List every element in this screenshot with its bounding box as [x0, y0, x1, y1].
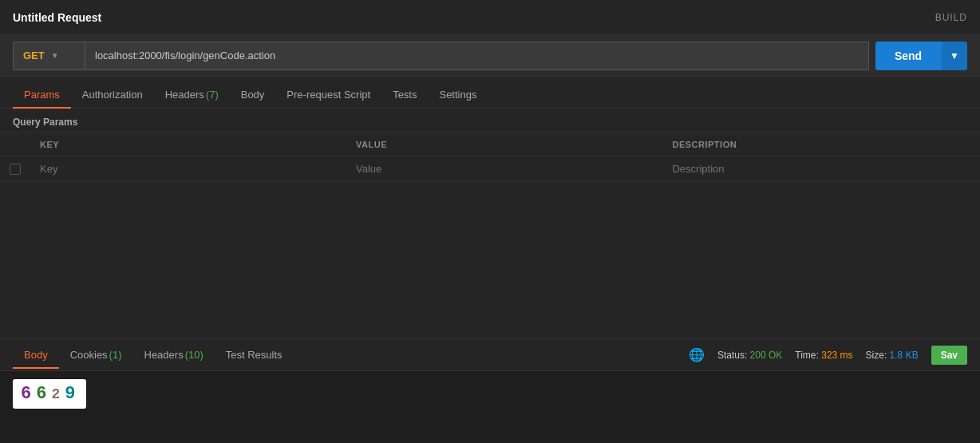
send-dropdown-button[interactable]: ▼ [941, 42, 967, 70]
description-input[interactable] [672, 163, 970, 175]
size-value: 1.8 KB [890, 350, 919, 361]
query-params-section-title: Query Params [0, 109, 980, 133]
table-header-checkbox-col [0, 133, 30, 156]
captcha-image: 6 6 2 9 [13, 379, 86, 409]
table-header-value: VALUE [346, 133, 662, 156]
size-label: Size: 1.8 KB [866, 350, 919, 361]
time-value: 323 ms [821, 350, 852, 361]
method-label: GET [23, 49, 45, 61]
row-description-cell [662, 156, 980, 182]
table-header-key: KEY [30, 133, 346, 156]
send-button-group: Send ▼ [875, 42, 967, 70]
captcha-char-4: 9 [65, 384, 78, 404]
row-value-cell [346, 156, 662, 182]
response-headers-badge: (10) [185, 349, 204, 361]
globe-icon: 🌐 [689, 347, 705, 362]
row-checkbox-cell [0, 156, 30, 182]
tab-params[interactable]: Params [13, 82, 71, 109]
captcha-char-3: 2 [51, 386, 63, 402]
status-value: 200 OK [750, 350, 783, 361]
captcha-char-2: 6 [36, 384, 49, 404]
send-button[interactable]: Send [875, 42, 941, 70]
response-status-bar: 🌐 Status: 200 OK Time: 323 ms Size: 1.8 … [689, 346, 967, 365]
build-label: BUILD [935, 12, 967, 23]
table-row [0, 156, 980, 182]
headers-badge: (7) [206, 89, 219, 101]
table-header-description: DESCRIPTION [662, 133, 980, 156]
url-bar: GET ▼ Send ▼ [0, 35, 980, 77]
save-response-button[interactable]: Sav [931, 346, 967, 365]
tab-tests[interactable]: Tests [381, 82, 428, 109]
captcha-char-1: 6 [21, 384, 34, 404]
cookies-badge: (1) [109, 349, 122, 361]
tab-body[interactable]: Body [230, 82, 276, 109]
response-tabs-bar: Body Cookies(1) Headers(10) Test Results… [0, 339, 980, 371]
response-body-area: 6 6 2 9 [0, 371, 980, 443]
table-header-row: KEY VALUE DESCRIPTION [0, 133, 980, 156]
params-table: KEY VALUE DESCRIPTION [0, 133, 980, 182]
request-tabs-bar: Params Authorization Headers(7) Body Pre… [0, 77, 980, 109]
tab-pre-request-script[interactable]: Pre-request Script [275, 82, 381, 109]
tab-response-headers[interactable]: Headers(10) [133, 342, 215, 369]
tab-headers[interactable]: Headers(7) [154, 82, 230, 109]
key-input[interactable] [40, 163, 337, 175]
status-label: Status: 200 OK [717, 350, 782, 361]
tab-cookies[interactable]: Cookies(1) [59, 342, 133, 369]
method-chevron-icon: ▼ [51, 51, 59, 60]
tab-test-results[interactable]: Test Results [215, 342, 294, 369]
value-input[interactable] [356, 163, 653, 175]
row-checkbox[interactable] [10, 164, 21, 175]
tab-settings[interactable]: Settings [428, 82, 488, 109]
url-input[interactable] [85, 42, 869, 70]
bottom-panel: Body Cookies(1) Headers(10) Test Results… [0, 338, 980, 443]
page-title: Untitled Request [13, 11, 101, 24]
row-key-cell [30, 156, 346, 182]
title-bar: Untitled Request BUILD [0, 0, 980, 35]
tab-authorization[interactable]: Authorization [71, 82, 154, 109]
time-label: Time: 323 ms [795, 350, 852, 361]
method-select[interactable]: GET ▼ [13, 42, 85, 70]
tab-response-body[interactable]: Body [13, 342, 59, 369]
